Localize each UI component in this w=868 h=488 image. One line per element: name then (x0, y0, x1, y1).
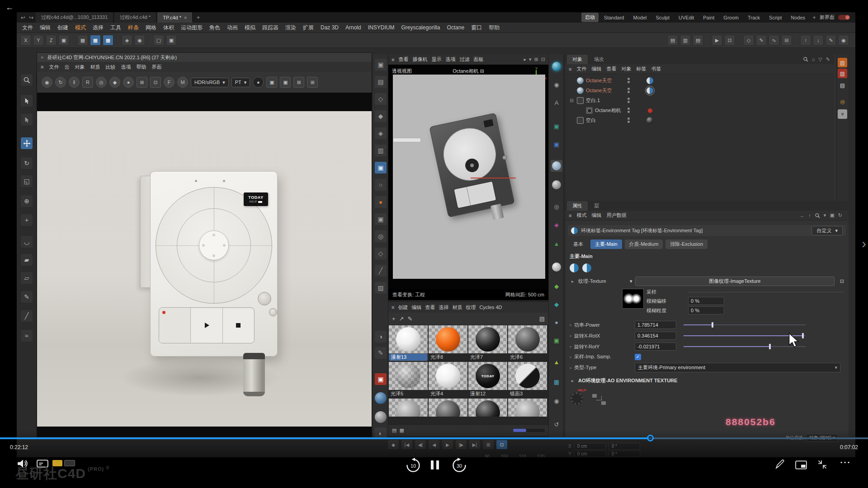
filter-icon[interactable]: ▽ (818, 56, 822, 62)
sculpt-tool-icon[interactable]: ◡ (20, 235, 33, 248)
menu-item-10[interactable]: 角色 (209, 24, 220, 32)
restart-render-icon[interactable]: ↻ (55, 77, 66, 88)
menu-item-14[interactable]: 渲染 (285, 24, 296, 32)
axis-lock-icon[interactable]: ⊕ (20, 195, 33, 207)
up-icon[interactable]: ↑ (808, 213, 811, 218)
view-down-icon[interactable]: ▾ (529, 56, 532, 62)
circle-tool-icon[interactable]: ○ (375, 179, 387, 191)
menu-item-11[interactable]: 动画 (227, 24, 238, 32)
anim-dot-icon[interactable]: ◦ (570, 322, 571, 328)
view-grid-icon[interactable]: ⊞ (534, 56, 538, 62)
object-menu-item-3[interactable]: 对象 (621, 66, 631, 72)
visibility-dots[interactable] (627, 88, 630, 93)
pencil-tool-icon[interactable]: ✎ (756, 35, 767, 46)
visibility-dots[interactable] (627, 108, 630, 113)
material-item[interactable]: 光泽6 (508, 325, 547, 361)
hex-b-icon[interactable]: ◆ (375, 110, 387, 122)
viewport-menu-item-3[interactable]: 选项 (445, 56, 455, 63)
octane-menu-item-4[interactable]: 比较 (105, 64, 115, 70)
viewport-device[interactable] (429, 113, 514, 218)
pick-material-icon[interactable]: ✎ (408, 315, 413, 322)
half-circle-icon[interactable]: ◑ (375, 331, 387, 343)
snap-icon[interactable]: ◈ (122, 35, 132, 46)
menu-item-17[interactable]: Arnold (345, 24, 361, 31)
spoon-tool-icon[interactable]: ✎ (375, 347, 387, 359)
focus-picker-button[interactable]: F (164, 77, 175, 88)
target-icon[interactable]: ◎ (375, 230, 387, 242)
layout-tab-1[interactable]: Standard (600, 14, 628, 22)
layout-tab-7[interactable]: Track (744, 14, 764, 22)
object-menu-item-4[interactable]: 标签 (636, 66, 646, 72)
material-menu-item-3[interactable]: 选择 (439, 304, 448, 311)
save-all-icon[interactable]: ▥ (680, 35, 691, 46)
grid-snap-icon[interactable]: ▦ (90, 35, 101, 46)
menu-item-16[interactable]: Daz 3D (321, 24, 339, 31)
cloth-icon[interactable]: ▲ (551, 238, 562, 249)
visibility-dots[interactable] (627, 117, 630, 123)
kernel-settings-icon[interactable]: ◉ (42, 77, 52, 88)
workplane-icon[interactable]: ▦ (77, 35, 88, 46)
cube-b-icon[interactable]: ▣ (375, 213, 387, 225)
quantize-icon[interactable]: ▦ (103, 35, 113, 46)
octane-render-area[interactable]: TODAY 6.01.37 (37, 93, 372, 437)
help-gear-icon[interactable]: HELP (571, 390, 586, 406)
layout-tab-4[interactable]: UVEdit (675, 14, 698, 22)
layout-tab-3[interactable]: Sculpt (652, 14, 673, 22)
material-item-partial[interactable] (508, 398, 547, 417)
tab-attributes[interactable]: 属性 (567, 201, 588, 211)
target-ring-icon[interactable]: ◎ (551, 201, 562, 212)
spline-tool-icon[interactable]: ∿ (769, 35, 779, 46)
object-row[interactable]: Octane天空 (565, 75, 835, 85)
section-tab-1[interactable]: 主要-Main (590, 239, 622, 249)
annotate-icon[interactable]: ✎ (826, 35, 836, 46)
lock-resolution-icon[interactable]: ◆ (109, 77, 120, 88)
x-axis-handle[interactable] (471, 178, 516, 178)
menu-item-18[interactable]: INSYDIUM (368, 24, 395, 31)
render-gear-icon[interactable]: ◎ (96, 77, 107, 88)
menu-item-19[interactable]: Greyscalegorilla (401, 24, 440, 31)
material-menu-item-2[interactable]: 查看 (425, 304, 435, 311)
layout-tab-9[interactable]: Nodes (787, 14, 809, 22)
object-row[interactable]: Octane天空 (565, 85, 835, 95)
chevron-down-icon[interactable]: ▾ (630, 278, 632, 284)
squares-icon[interactable]: ▦ (551, 376, 562, 388)
viewport-menu-item-0[interactable]: 查看 (398, 56, 408, 63)
panel-chevron-button[interactable]: › (862, 236, 866, 251)
anim-dot-icon[interactable]: ◦ (570, 344, 571, 349)
camera-icon[interactable]: ▣ (280, 77, 291, 88)
hex-a-icon[interactable]: ◇ (375, 93, 387, 105)
menu-item-1[interactable]: 编辑 (40, 24, 51, 32)
viewport-camera-label[interactable]: Octane相机 ⊟ (388, 68, 548, 75)
download-icon[interactable]: ↓ (813, 35, 824, 46)
material-picker-button[interactable]: M (177, 77, 188, 88)
type-dropdown[interactable]: 主要环境-Primary environment▾ (635, 363, 840, 372)
progress-knob[interactable] (647, 435, 654, 441)
object-menu-item-2[interactable]: 查看 (606, 66, 616, 72)
search-icon[interactable] (20, 74, 33, 86)
viewport-menu-item-4[interactable]: 过滤 (459, 56, 469, 63)
settings-sphere-icon[interactable]: ◉ (838, 35, 849, 46)
add-region-icon[interactable]: ⊞ (137, 77, 147, 88)
pattern-icon[interactable]: ▨ (375, 282, 387, 294)
menu-item-2[interactable]: 创建 (57, 24, 68, 32)
viewport-menu-item-5[interactable]: 面板 (473, 56, 483, 63)
layout-tab-new-ui[interactable]: 新界面 (820, 14, 835, 21)
denoise-icon[interactable]: ▣ (266, 77, 277, 88)
transform-tool-icon[interactable]: + (20, 214, 33, 226)
attribute-menu-item-1[interactable]: 编辑 (591, 212, 601, 219)
grid-view-icon[interactable]: ▤ (375, 76, 387, 88)
reset-icon[interactable]: ↺ (551, 418, 562, 430)
back-icon[interactable]: ← (800, 213, 805, 218)
layer-a-icon[interactable]: ▰ (20, 253, 33, 266)
blue-sphere-icon[interactable]: ● (375, 392, 387, 404)
material-item-partial[interactable] (388, 398, 428, 417)
dark-sphere-icon[interactable]: ● (253, 77, 264, 88)
render-settings-button[interactable]: ▣ (166, 35, 177, 46)
axis-x-button[interactable]: X (20, 35, 31, 46)
more-options-button[interactable]: ⋯ (836, 455, 854, 469)
anim-dot-icon[interactable]: ◦ (570, 365, 571, 371)
add-layout-button[interactable]: + (810, 14, 819, 21)
grid-b-icon[interactable]: ⊞ (307, 77, 318, 88)
cube-view-icon[interactable]: ▣ (375, 59, 387, 70)
note-edit-button[interactable] (774, 459, 786, 470)
